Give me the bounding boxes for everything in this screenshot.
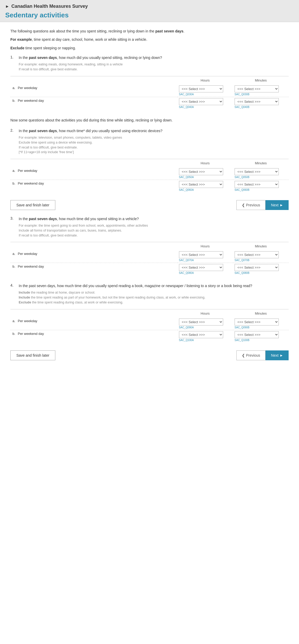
intro-line1: The following questions ask about the ti… [10,28,289,34]
arrow-icon: ► [5,4,9,9]
q4-row-b-hours-cell: <<< Select >>> 0123 4567 891011 12 SAC_Q… [177,330,233,343]
table-row: a. Per weekday <<< Select >>> 0123 4567 … [10,167,289,180]
q3-bold: past seven days [29,217,57,221]
q2-row-b-hours-code: SAC_Q060A [179,188,231,191]
intro-for-example: For example [10,37,32,42]
question-1-header: 1. In the past seven days, how much did … [10,55,289,60]
save-later-button-top[interactable]: Save and finish later [10,200,55,210]
q2-row-a-label: a. Per weekday [10,167,177,180]
q4-row-a-minutes-select[interactable]: <<< Select >>> 051015 20253035 40455055 [235,318,279,326]
between-q1-q2-text: Now some questions about the activities … [10,117,289,123]
q2-row-a-minutes-code: SAC_Q050B [235,176,287,179]
q4-row-a-minutes-cell: <<< Select >>> 051015 20253035 40455055 … [233,317,289,330]
q3-row-a-hours-code: SAC_Q070A [179,259,231,262]
nav-buttons-top: Save and finish later ❮ Previous Next ► [10,200,289,210]
q1-row-a-hours-cell: <<< Select >>> 0123 4567 891011 12131415… [177,84,233,97]
survey-title: ► Canadian Health Measures Survey [5,4,294,9]
previous-button-top[interactable]: ❮ Previous [236,200,265,210]
q3-row-b-hours-code: SAC_Q080A [179,272,231,274]
q2-row-b-hours-dropdown: <<< Select >>> 0123 4567 891011 12 SAC_Q… [179,181,231,191]
q4-table: Hours Minutes a. Per weekday <<< Select … [10,310,289,343]
q3-row-a-hours-select[interactable]: <<< Select >>> 0123 4567 891011 12 [179,251,223,258]
q2-row-b-minutes-select[interactable]: <<< Select >>> 051015 20253035 40455055 [235,181,279,188]
q4-row-a-minutes-code: SAC_Q090B [235,326,287,329]
q1-row-a-minutes-dropdown: <<< Select >>> 051015 20253035 40455055 … [235,85,287,96]
q1-row-a-label: a. Per weekday [10,84,177,97]
q2-row-b-hours-select[interactable]: <<< Select >>> 0123 4567 891011 12 [179,181,223,188]
section-title: Sedentary activities [5,11,294,19]
q2-row-a-minutes-select[interactable]: <<< Select >>> 051015 20253035 40455055 [235,168,279,175]
next-chevron-icon-top: ► [280,203,283,207]
nav-buttons-bottom: Save and finish later ❮ Previous Next ► [10,350,289,360]
q3-table-wrapper: Hours Minutes a. Per weekday <<< Select … [10,242,289,275]
q2-row-a-hours-select[interactable]: <<< Select >>> 0123 4567 891011 12 [179,168,223,175]
q1-row-a-hours-select[interactable]: <<< Select >>> 0123 4567 891011 12131415… [179,85,223,92]
question-1-number: 1. [10,55,16,60]
q1-table: Hours Minutes a. Per weekday <<< Select … [10,77,289,110]
question-3-hint: For example: the time spent going to and… [10,223,289,238]
q1-row-a-hours-code: SAC_Q030A [179,93,231,96]
q2-row-b-minutes-dropdown: <<< Select >>> 051015 20253035 40455055 … [235,181,287,191]
q3-row-b-hours-cell: <<< Select >>> 0123 4567 891011 12 SAC_Q… [177,263,233,276]
q4-row-a-hours-dropdown: <<< Select >>> 0123 4567 891011 12 SAC_Q… [179,318,231,329]
q4-include-2: Include [19,296,30,299]
intro-line2: For example, time spent at day care, sch… [10,37,289,42]
q2-hint-1: For example: television, smart phones, c… [19,135,289,140]
q3-row-a-hours-dropdown: <<< Select >>> 0123 4567 891011 12 SAC_Q… [179,251,231,262]
q1-row-a-minutes-select[interactable]: <<< Select >>> 051015 20253035 40455055 [235,85,279,92]
previous-chevron-icon-bottom: ❮ [242,353,245,357]
question-2-number: 2. [10,128,16,134]
q3-row-b-hours-select[interactable]: <<< Select >>> 0123 4567 891011 12 [179,264,223,271]
q1-row-b-hours-cell: <<< Select >>> 0123 4567 891011 12131415… [177,97,233,110]
save-later-button-bottom[interactable]: Save and finish later [10,350,55,360]
question-2-header: 2. In the past seven days, how much time… [10,128,289,134]
q2-row-b-minutes-cell: <<< Select >>> 051015 20253035 40455055 … [233,180,289,193]
q2-row-b-label: b. Per weekend day [10,180,177,193]
table-row: a. Per weekday <<< Select >>> 0123 4567 … [10,250,289,263]
q3-row-b-minutes-select[interactable]: <<< Select >>> 051015 20253035 40455055 [235,264,279,271]
survey-title-text: Canadian Health Measures Survey [11,4,88,9]
q1-row-a-minutes-cell: <<< Select >>> 051015 20253035 40455055 … [233,84,289,97]
q1-row-b-hours-select[interactable]: <<< Select >>> 0123 4567 891011 12131415 [179,98,223,105]
q4-row-b-label: b. Per weekend day [10,330,177,343]
next-button-top[interactable]: Next ► [265,200,289,210]
q2-row-a-hours-dropdown: <<< Select >>> 0123 4567 891011 12 SAC_Q… [179,168,231,179]
q4-row-b-hours-select[interactable]: <<< Select >>> 0123 4567 891011 12 [179,331,223,338]
table-row: a. Per weekday <<< Select >>> 0123 4567 … [10,317,289,330]
q2-row-a-minutes-dropdown: <<< Select >>> 051015 20253035 40455055 … [235,168,287,179]
q2-table: Hours Minutes a. Per weekday <<< Select … [10,160,289,192]
intro-bold1: past seven days [155,29,183,33]
question-4-text: In the past seven days, how much time di… [19,283,252,289]
table-row: a. Per weekday <<< Select >>> 0123 4567 … [10,84,289,97]
q4-row-a-hours-select[interactable]: <<< Select >>> 0123 4567 891011 12 [179,318,223,326]
question-3-number: 3. [10,216,16,222]
nav-right-buttons-top: ❮ Previous Next ► [236,200,289,210]
q1-row-b-minutes-select[interactable]: <<< Select >>> 051015 20253035 40455055 [235,98,279,105]
q1-hint-1: For example: eating meals, doing homewor… [19,62,289,67]
q4-hours-header: Hours [177,310,233,317]
q1-table-wrapper: Hours Minutes a. Per weekday <<< Select … [10,76,289,110]
q1-row-b-minutes-code: SAC_Q040B [235,106,287,109]
q2-row-a-hours-code: SAC_Q050A [179,176,231,179]
q3-row-a-hours-cell: <<< Select >>> 0123 4567 891011 12 SAC_Q… [177,250,233,263]
q2-bold: past seven days [29,129,57,133]
q4-row-a-minutes-dropdown: <<< Select >>> 051015 20253035 40455055 … [235,318,287,329]
q4-table-wrapper: Hours Minutes a. Per weekday <<< Select … [10,309,289,343]
table-row: b. Per weekend day <<< Select >>> 0123 4… [10,263,289,276]
q4-row-b-hours-code: SAC_Q100A [179,339,231,342]
q2-hint-3: If recall is too difficult, give best es… [19,145,289,150]
previous-label-bottom: Previous [246,353,260,357]
question-3-header: 3. In the past seven days, how much time… [10,216,289,222]
q2-row-a-minutes-cell: <<< Select >>> 051015 20253035 40455055 … [233,167,289,180]
q3-row-b-hours-dropdown: <<< Select >>> 0123 4567 891011 12 SAC_Q… [179,264,231,274]
next-button-bottom[interactable]: Next ► [265,350,289,360]
question-4-number: 4. [10,283,16,289]
q1-hint-2: If recall is too difficult, give best es… [19,67,289,72]
q3-row-a-minutes-select[interactable]: <<< Select >>> 051015 20253035 40455055 [235,251,279,258]
question-1-text: In the past seven days, how much did you… [19,55,162,60]
previous-button-bottom[interactable]: ❮ Previous [236,350,265,360]
q4-row-b-minutes-select[interactable]: <<< Select >>> 051015 20253035 40455055 [235,331,279,338]
q1-row-b-hours-dropdown: <<< Select >>> 0123 4567 891011 12131415… [179,98,231,109]
q3-row-b-label: b. Per weekend day [10,263,177,276]
q3-hint-3: If recall is too difficult, give best es… [19,233,289,238]
